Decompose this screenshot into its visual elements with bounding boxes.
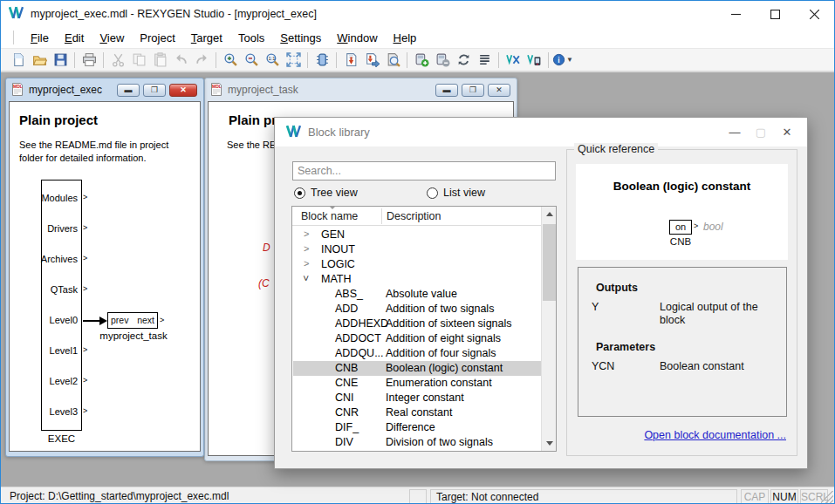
task-close-button[interactable]: ✕ [488, 84, 510, 97]
task-maximize-button[interactable]: ❐ [462, 84, 484, 97]
project-preview-icon[interactable] [382, 50, 403, 70]
rexygen-watch-icon[interactable] [503, 50, 524, 70]
zoom-fit-icon[interactable] [283, 50, 304, 70]
scroll-down-icon[interactable] [542, 436, 557, 451]
exec-port-level1: Level1 [10, 345, 78, 356]
exec-heading: Plain project [19, 112, 98, 127]
tree-group-math[interactable]: MATH [293, 272, 542, 287]
block-library-icon[interactable] [311, 50, 332, 70]
task-window-titlebar[interactable]: MDL myproject_task ▬ ❐ ✕ [208, 78, 514, 101]
exec-close-button[interactable]: ✕ [169, 84, 197, 97]
chevron-down-icon[interactable] [304, 273, 309, 283]
exec-block[interactable] [41, 180, 82, 431]
paste-icon[interactable] [149, 50, 170, 70]
compile-and-download-icon[interactable] [361, 50, 382, 70]
tree-item-abs[interactable]: ABS_Absolute value [293, 287, 542, 302]
parameter-name: YCN [592, 360, 614, 372]
minimize-button[interactable] [716, 1, 756, 27]
tree-item-addoct[interactable]: ADDOCTAddition of eight signals [293, 331, 542, 346]
close-button[interactable] [795, 1, 834, 27]
dialog-title: Block library [308, 126, 370, 139]
target-disconnect-icon[interactable] [432, 50, 453, 70]
resize-grip[interactable] [821, 491, 833, 503]
open-file-icon[interactable] [29, 50, 50, 70]
refresh-icon[interactable] [453, 50, 474, 70]
tree-header[interactable]: Block name Description [292, 207, 556, 226]
menu-file[interactable]: File [23, 29, 57, 47]
block-library-dialog[interactable]: Block library — ▢ ✕ Tree view List view … [274, 117, 808, 469]
menu-edit[interactable]: Edit [57, 29, 92, 47]
exec-minimize-button[interactable]: ▬ [117, 84, 140, 97]
dialog-close-button[interactable]: ✕ [774, 118, 800, 146]
scrollbar-thumb[interactable] [543, 224, 556, 301]
menu-window[interactable]: Window [329, 29, 385, 47]
menu-project[interactable]: Project [132, 29, 182, 47]
maximize-button[interactable] [756, 1, 795, 27]
menu-view[interactable]: View [92, 29, 132, 47]
zoom-out-icon[interactable] [241, 50, 262, 70]
column-description[interactable]: Description [387, 210, 441, 222]
tree-group-gen[interactable]: GEN [293, 228, 542, 242]
column-block-name[interactable]: Block name [301, 210, 358, 222]
diagnostics-list-icon[interactable] [474, 50, 495, 70]
tree-item-cni[interactable]: CNIInteger constant [293, 391, 542, 405]
block-preview-title: Boolean (logic) constant [576, 180, 788, 193]
tree-item-addqu[interactable]: ADDQU...Addition of four signals [293, 346, 542, 361]
exec-window-titlebar[interactable]: MDL myproject_exec ▬ ❐ ✕ [9, 78, 201, 101]
copy-icon[interactable] [128, 50, 149, 70]
tree-scrollbar[interactable] [541, 207, 556, 451]
compile-icon[interactable] [340, 50, 361, 70]
open-documentation-link[interactable]: Open block documentation ... [644, 429, 786, 441]
zoom-in-icon[interactable] [220, 50, 241, 70]
tree-group-logic[interactable]: LOGIC [293, 257, 542, 272]
port-arrow-icon: > [83, 193, 87, 201]
tree-item-cne[interactable]: CNEEnumeration constant [293, 376, 542, 391]
exec-block-caption: EXEC [41, 433, 82, 444]
task-minimize-button[interactable]: ▬ [435, 84, 458, 97]
tree-item-cnr[interactable]: CNRReal constant [293, 405, 542, 420]
exec-window-canvas[interactable]: Plain project See the README.md file in … [9, 101, 201, 452]
print-icon[interactable] [79, 50, 99, 70]
tree-item-addhexd[interactable]: ADDHEXDAddition of sixteen signals [293, 317, 542, 331]
tree-item-cnb-selected[interactable]: CNBBoolean (logic) constant [293, 361, 542, 376]
tree-item-add[interactable]: ADDAddition of two signals [293, 302, 542, 317]
new-file-icon[interactable] [8, 50, 29, 70]
save-icon[interactable] [50, 50, 71, 70]
scroll-up-icon[interactable] [542, 207, 557, 221]
target-diagnostics-icon[interactable] [524, 50, 544, 70]
tree-group-inout[interactable]: INOUT [293, 242, 542, 257]
radio-dot-icon [294, 187, 305, 199]
rexygen-logo-icon [286, 125, 301, 140]
block-tree-table[interactable]: Block name Description GEN INOUT LOGIC M… [291, 206, 557, 452]
dialog-maximize-button[interactable]: ▢ [748, 118, 774, 146]
redo-icon[interactable] [191, 50, 212, 70]
task-reference-block[interactable]: prevnext [107, 312, 158, 329]
cut-icon[interactable] [107, 50, 128, 70]
rexygen-studio-window: myproject_exec.mdl - REXYGEN Studio - [m… [0, 0, 835, 504]
chevron-right-icon[interactable] [304, 258, 309, 269]
tree-item-dif[interactable]: DIF_Difference [293, 420, 542, 435]
tree-item-div[interactable]: DIVDivision of two signals [293, 435, 542, 450]
tree-view-radio[interactable]: Tree view [294, 187, 358, 199]
menu-tools[interactable]: Tools [230, 29, 272, 47]
target-connect-icon[interactable] [411, 50, 432, 70]
cnb-block-shape: on [669, 220, 692, 235]
menu-target[interactable]: Target [183, 29, 230, 47]
menu-help[interactable]: Help [386, 29, 425, 47]
dialog-titlebar[interactable]: Block library — ▢ ✕ [275, 118, 807, 146]
zoom-actual-size-icon[interactable]: 1:1 [262, 50, 283, 70]
info-icon[interactable]: i▼ [552, 50, 573, 70]
exec-window[interactable]: MDL myproject_exec ▬ ❐ ✕ Plain project S… [5, 78, 204, 457]
menu-settings[interactable]: Settings [272, 29, 329, 47]
search-input[interactable] [292, 161, 556, 180]
dialog-minimize-button[interactable]: — [722, 118, 748, 146]
connection-wire[interactable] [83, 320, 100, 322]
list-view-radio[interactable]: List view [427, 187, 485, 199]
undo-icon[interactable] [170, 50, 191, 70]
chevron-right-icon[interactable] [304, 228, 309, 239]
chevron-right-icon[interactable] [304, 243, 309, 254]
menubar: File Edit View Project Target Tools Sett… [1, 27, 834, 49]
sort-indicator-icon [329, 206, 336, 209]
exec-maximize-button[interactable]: ❐ [143, 84, 166, 97]
column-divider [381, 208, 382, 224]
